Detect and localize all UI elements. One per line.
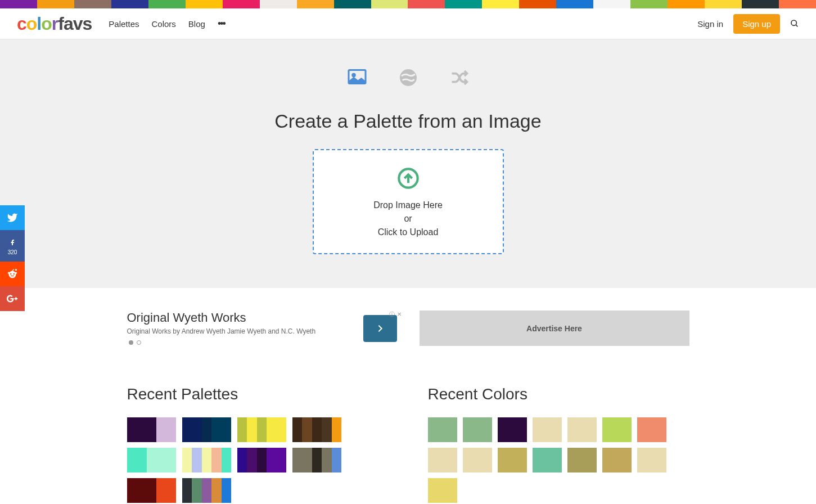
signup-button[interactable]: Sign up xyxy=(733,14,780,34)
reddit-share[interactable] xyxy=(0,262,25,286)
color-swatch[interactable] xyxy=(463,448,492,472)
drop-text-3: Click to Upload xyxy=(325,226,492,239)
ad-left[interactable]: Original Wyeth Works Original Works by A… xyxy=(127,310,403,346)
upload-dropzone[interactable]: Drop Image Here or Click to Upload xyxy=(313,149,504,254)
shuffle-tool-icon[interactable] xyxy=(449,68,470,88)
color-swatch[interactable] xyxy=(428,417,457,442)
color-swatch[interactable] xyxy=(498,417,527,442)
facebook-share[interactable]: 320 xyxy=(0,230,25,262)
image-tool-icon[interactable] xyxy=(347,68,367,88)
nav-links: Palettes Colors Blog ••• xyxy=(109,18,225,30)
googleplus-share[interactable] xyxy=(0,286,25,311)
svg-point-11 xyxy=(15,272,17,274)
color-swatch[interactable] xyxy=(567,417,597,442)
svg-point-9 xyxy=(15,269,17,271)
hero-title: Create a Palette from an Image xyxy=(0,110,816,132)
color-swatch[interactable] xyxy=(498,448,527,472)
palette-item[interactable] xyxy=(292,448,342,472)
color-swatch[interactable] xyxy=(637,448,666,472)
signin-link[interactable]: Sign in xyxy=(697,19,723,29)
svg-point-7 xyxy=(10,273,11,274)
recent-columns: Recent Palettes View All Recent Colors V… xyxy=(127,385,689,504)
recent-colors-title: Recent Colors xyxy=(428,385,689,403)
palette-item[interactable] xyxy=(292,417,342,442)
palette-item[interactable] xyxy=(127,417,177,442)
color-swatch[interactable] xyxy=(567,448,597,472)
recent-colors-col: Recent Colors View All xyxy=(428,385,689,504)
color-swatch[interactable] xyxy=(637,417,666,442)
globe-tool-icon[interactable] xyxy=(398,68,418,88)
adchoices-icon[interactable]: ⓘ ✕ xyxy=(389,310,403,318)
nav-right: Sign in Sign up xyxy=(697,14,799,34)
ad-arrow-button[interactable] xyxy=(363,315,397,342)
palette-item[interactable] xyxy=(237,417,287,442)
social-bar: 320 xyxy=(0,205,25,311)
nav-colors[interactable]: Colors xyxy=(151,19,175,29)
svg-point-8 xyxy=(13,273,15,274)
svg-point-3 xyxy=(352,74,355,76)
main-content: Original Wyeth Works Original Works by A… xyxy=(127,288,689,504)
color-swatch[interactable] xyxy=(428,478,457,503)
color-swatch[interactable] xyxy=(533,448,562,472)
palette-item[interactable] xyxy=(182,417,232,442)
nav-blog[interactable]: Blog xyxy=(188,19,205,29)
top-color-stripe xyxy=(0,0,816,8)
svg-point-10 xyxy=(8,272,10,274)
drop-text-1: Drop Image Here xyxy=(325,199,492,212)
navbar: colorfavs Palettes Colors Blog ••• Sign … xyxy=(0,8,816,39)
upload-icon xyxy=(325,167,492,192)
svg-point-4 xyxy=(400,69,417,86)
palette-item[interactable] xyxy=(182,448,232,472)
ad-left-sub: Original Works by Andrew Wyeth Jamie Wye… xyxy=(127,327,355,335)
palette-item[interactable] xyxy=(127,448,177,472)
recent-palettes-col: Recent Palettes View All xyxy=(127,385,389,504)
twitter-share[interactable] xyxy=(0,205,25,230)
svg-line-1 xyxy=(796,25,797,26)
palette-item[interactable] xyxy=(182,478,232,503)
color-swatch[interactable] xyxy=(428,448,457,472)
palette-item[interactable] xyxy=(237,448,287,472)
facebook-count: 320 xyxy=(8,249,17,255)
ad-left-title: Original Wyeth Works xyxy=(127,310,355,325)
drop-text-2: or xyxy=(325,212,492,226)
svg-point-6 xyxy=(9,271,16,278)
palette-item[interactable] xyxy=(127,478,177,503)
logo[interactable]: colorfavs xyxy=(17,14,92,34)
palette-grid xyxy=(127,417,389,503)
advertise-here[interactable]: Advertise Here xyxy=(420,310,689,346)
nav-palettes[interactable]: Palettes xyxy=(109,19,139,29)
swatch-grid xyxy=(428,417,689,503)
color-swatch[interactable] xyxy=(602,448,632,472)
svg-point-0 xyxy=(791,20,796,25)
color-swatch[interactable] xyxy=(602,417,632,442)
tool-icons xyxy=(0,68,816,88)
ad-pagination-dots xyxy=(127,340,355,346)
color-swatch[interactable] xyxy=(533,417,562,442)
hero-section: Create a Palette from an Image Drop Imag… xyxy=(0,39,816,288)
search-icon[interactable] xyxy=(790,19,799,28)
ad-row: Original Wyeth Works Original Works by A… xyxy=(127,310,689,346)
recent-palettes-title: Recent Palettes xyxy=(127,385,389,403)
color-swatch[interactable] xyxy=(463,417,492,442)
nav-more-icon[interactable]: ••• xyxy=(218,18,225,30)
